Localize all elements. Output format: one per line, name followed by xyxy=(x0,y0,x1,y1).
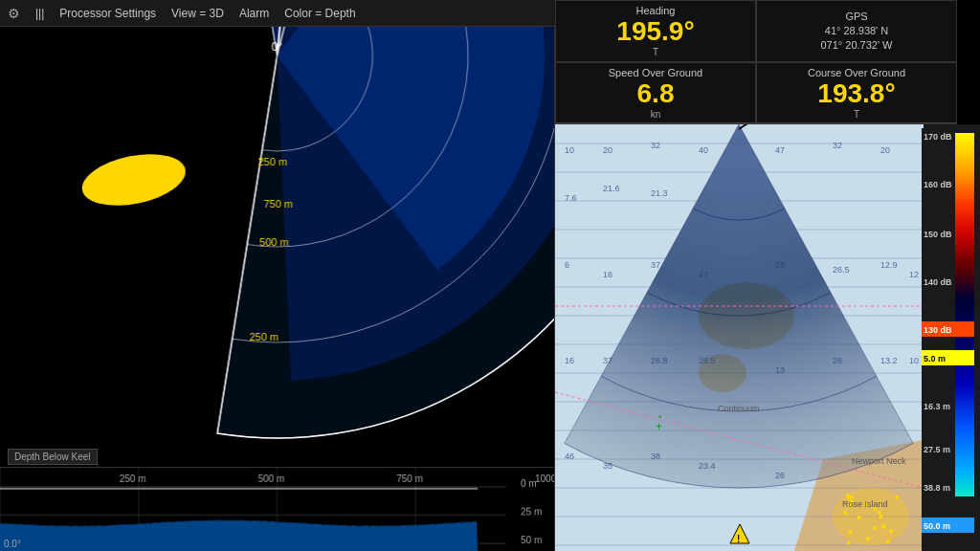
view-menu[interactable]: View = 3D xyxy=(171,7,224,20)
heading-value: 195.9° xyxy=(616,18,694,45)
instrument-panel: Heading 195.9° T GPS 41° 28.938' N 071° … xyxy=(555,0,957,124)
signal-icon: ||| xyxy=(35,7,44,20)
heading-cell: Heading 195.9° T xyxy=(555,0,756,62)
cog-cell: Course Over Ground 193.8° T xyxy=(756,62,957,124)
cog-suffix: T xyxy=(854,109,859,120)
angle-label: 0.0° xyxy=(4,539,21,549)
sog-unit: kn xyxy=(651,109,661,120)
sonar-3d-view xyxy=(0,27,555,467)
menu-icon: ⚙ xyxy=(8,6,20,21)
scale-canvas xyxy=(922,128,978,551)
heading-label: Heading xyxy=(636,5,676,16)
profile-view: 0.0° xyxy=(0,467,555,551)
depth-below-keel-label: Depth Below Keel xyxy=(8,449,98,465)
sog-cell: Speed Over Ground 6.8 kn xyxy=(555,62,756,124)
heading-suffix: T xyxy=(653,47,658,57)
chart-view xyxy=(555,124,924,551)
menu-bar: ⚙ ||| Processor Settings View = 3D Alarm… xyxy=(0,0,555,27)
profile-canvas xyxy=(0,468,554,551)
chart-canvas xyxy=(555,124,924,551)
color-scale-panel xyxy=(924,124,980,551)
sog-label: Speed Over Ground xyxy=(609,67,702,78)
gps-cell: GPS 41° 28.938' N 071° 20.732' W xyxy=(756,0,957,62)
gps-line1: 41° 28.938' N xyxy=(825,24,888,37)
cog-label: Course Over Ground xyxy=(808,67,905,78)
gps-line2: 071° 20.732' W xyxy=(821,38,893,52)
cog-value: 193.8° xyxy=(817,80,895,107)
sonar-3d-canvas xyxy=(0,27,554,467)
alarm-menu[interactable]: Alarm xyxy=(239,7,269,20)
sog-value: 6.8 xyxy=(637,80,675,107)
gps-label: GPS xyxy=(845,11,867,22)
processor-settings-menu[interactable]: Processor Settings xyxy=(59,7,156,20)
color-menu[interactable]: Color = Depth xyxy=(284,7,355,20)
